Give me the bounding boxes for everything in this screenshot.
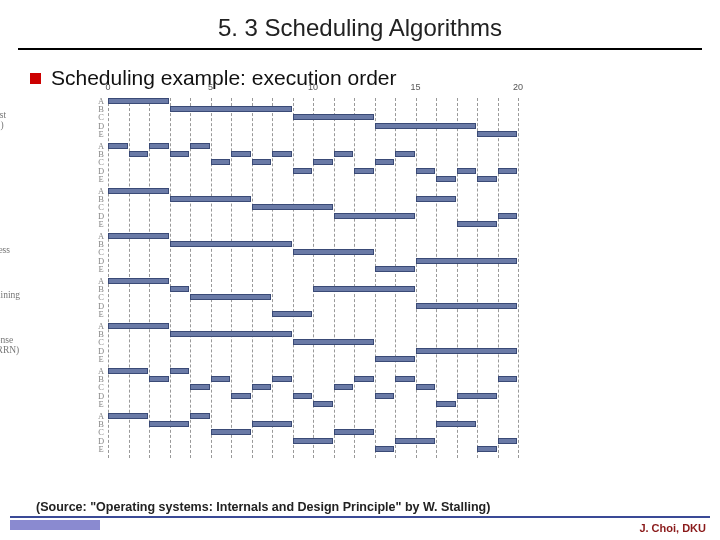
gantt-bar [170,151,190,157]
gantt-bar [170,368,190,374]
gantt-bar [416,303,518,309]
gantt-bar [231,393,251,399]
gantt-bar [375,446,395,452]
gantt-bar [108,188,169,194]
gantt-bar [375,123,477,129]
gridline [518,98,519,458]
schedule-chart: 05101520First come firstserved (FCFS)ABC… [90,98,630,468]
gantt-bar [395,438,435,444]
gantt-bar [170,196,251,202]
gantt-bar [108,323,169,329]
bullet-item: Scheduling example: execution order [30,66,702,90]
x-tick: 20 [513,82,523,92]
gridline [354,98,355,458]
gantt-bar [293,339,374,345]
gantt-bar [129,151,149,157]
bullet-text: Scheduling example: execution order [51,66,397,90]
gantt-bar [170,241,292,247]
gantt-bar [313,159,333,165]
gridline [498,98,499,458]
page-title: 5. 3 Scheduling Algorithms [18,6,702,50]
bullet-icon [30,73,41,84]
process-label: E [96,399,106,409]
x-tick: 5 [208,82,213,92]
algorithm-label: Highest responseratio next (HRRN) [0,335,86,356]
gantt-bar [170,331,292,337]
gantt-bar [375,159,395,165]
process-label: E [96,354,106,364]
gantt-bar [293,393,313,399]
gantt-bar [272,311,312,317]
gantt-bar [436,176,456,182]
gridline [477,98,478,458]
algorithm-label: Feedbackq = 2^i [0,425,86,446]
gridline [211,98,212,458]
gantt-bar [354,376,374,382]
gantt-bar [395,151,415,157]
gantt-bar [457,168,477,174]
gantt-bar [395,376,415,382]
gantt-bar [477,176,497,182]
gantt-bar [108,368,148,374]
process-label: E [96,174,106,184]
process-label: E [96,219,106,229]
gantt-bar [293,114,374,120]
gantt-bar [416,196,456,202]
gantt-bar [293,249,374,255]
gantt-bar [334,213,415,219]
gantt-bar [252,204,333,210]
gantt-bar [313,286,415,292]
author-label: J. Choi, DKU [639,522,706,534]
gantt-bar [211,376,231,382]
gantt-bar [252,384,272,390]
gantt-bar [416,384,436,390]
algorithm-label: Feedbackq = 1 [0,380,86,401]
algorithm-label: Shortest processnext (SPN) [0,245,86,266]
gridline [293,98,294,458]
algorithm-label: First come firstserved (FCFS) [0,110,86,131]
process-label: E [96,129,106,139]
gantt-bar [375,393,395,399]
gridline [252,98,253,458]
gantt-bar [498,213,518,219]
gantt-bar [211,429,251,435]
gantt-bar [272,151,292,157]
gantt-bar [170,106,292,112]
gantt-bar [211,159,231,165]
gantt-bar [416,258,518,264]
algorithm-label: Shortest remainingtime (SRT) [0,290,86,311]
gantt-bar [457,221,497,227]
gantt-bar [334,429,374,435]
footer-divider [10,516,710,518]
gantt-bar [108,413,148,419]
process-label: E [96,264,106,274]
gridline [375,98,376,458]
gantt-bar [354,168,374,174]
gantt-bar [252,159,272,165]
gantt-bar [231,151,251,157]
gridline [190,98,191,458]
algorithm-label: Round-robin(RR), q = 1 [0,155,86,176]
gantt-bar [498,376,518,382]
gantt-bar [498,168,518,174]
gantt-bar [108,98,169,104]
gantt-bar [293,438,333,444]
gantt-bar [108,233,169,239]
gantt-bar [190,294,271,300]
x-tick: 0 [105,82,110,92]
gantt-bar [334,151,354,157]
gantt-bar [375,356,415,362]
x-tick: 15 [410,82,420,92]
gantt-bar [149,421,189,427]
gantt-bar [477,446,497,452]
gantt-bar [252,421,292,427]
gantt-bar [498,438,518,444]
gantt-bar [375,266,415,272]
gantt-bar [149,376,169,382]
gantt-bar [108,143,128,149]
gantt-bar [190,143,210,149]
gantt-bar [190,384,210,390]
process-label: E [96,444,106,454]
gantt-bar [334,384,354,390]
footer-accent [10,520,100,530]
